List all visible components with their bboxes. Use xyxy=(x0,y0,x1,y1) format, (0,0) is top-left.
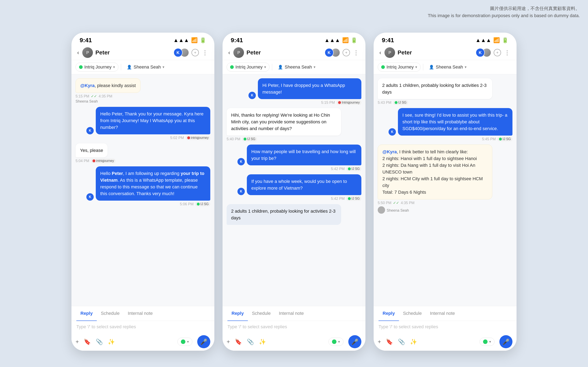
attachment-tool-icon-2[interactable]: 📎 xyxy=(247,338,254,345)
msg-row: Hi Peter, I have dropped you a WhatsApp … xyxy=(227,78,361,105)
whatsapp-dot-2 xyxy=(332,340,337,344)
avatar-group-1: K xyxy=(173,48,189,57)
status-icons-3: ▲▲▲ 📶 🔋 xyxy=(476,37,508,43)
attachment-tool-icon[interactable]: 📎 xyxy=(96,338,103,345)
whatsapp-dot-3 xyxy=(483,340,488,344)
bookmark-tool-icon-3[interactable]: 🔖 xyxy=(386,338,393,345)
agent-label-1: Sheena Seah xyxy=(134,64,161,70)
bookmark-tool-icon[interactable]: 🔖 xyxy=(84,338,91,345)
whatsapp-selector-2[interactable]: ▾ xyxy=(329,338,343,346)
reply-tab[interactable]: Reply xyxy=(227,306,248,321)
channel-dot-3 xyxy=(381,65,385,69)
watermark-line2: This image is for demonstration purposes… xyxy=(428,12,580,19)
sparkle-tool-icon-3[interactable]: ✨ xyxy=(410,338,417,345)
agent-filter-2[interactable]: 👤 Sheena Seah ▾ xyxy=(275,63,319,71)
reply-input-2[interactable]: Type '/' to select saved replies xyxy=(223,321,365,333)
bottom-bar-1: Reply Schedule Internal note Type '/' to… xyxy=(71,306,214,351)
watermark-line1: 圖片僅供示範用途，不含任何真實顧客資料。 xyxy=(428,5,580,12)
contact-name-2: Peter xyxy=(246,49,322,56)
back-button-2[interactable]: ‹ xyxy=(227,49,231,57)
meta-badge: IJ SG xyxy=(393,100,408,105)
reply-tab[interactable]: Reply xyxy=(76,306,97,321)
reply-input-1[interactable]: Type '/' to select saved replies xyxy=(71,321,214,333)
battery-icon-3: 🔋 xyxy=(502,37,508,43)
wifi-icon-1: 📶 xyxy=(191,37,198,43)
signal-icon-3: ▲▲▲ xyxy=(476,37,491,43)
add-button-3[interactable]: + xyxy=(494,49,501,56)
avatar-small: K xyxy=(249,92,256,99)
more-button-2[interactable]: ⋮ xyxy=(352,49,361,56)
mic-button-2[interactable]: 🎤 xyxy=(348,335,361,348)
add-button-1[interactable]: + xyxy=(191,49,199,56)
reply-tabs-2: Reply Schedule Internal note xyxy=(223,306,365,321)
nav-actions-2: K + ⋮ xyxy=(325,48,361,57)
add-tool-icon-3[interactable]: + xyxy=(378,338,381,345)
internal-note-tab[interactable]: Internal note xyxy=(124,306,157,321)
meta-badge: intriqjourney xyxy=(91,159,116,163)
phones-container: 9:41 ▲▲▲ 📶 🔋 ‹ P Peter K + ⋮ xyxy=(0,16,588,367)
sender-label: Sheena Seah xyxy=(76,99,98,104)
schedule-tab[interactable]: Schedule xyxy=(97,306,124,321)
avatar-small: K xyxy=(237,158,245,165)
add-tool-icon[interactable]: + xyxy=(76,338,79,345)
toolbar-1: + 🔖 📎 ✨ ▾ 🎤 xyxy=(71,333,214,351)
filter-bar-2: Intriq Journey ▾ 👤 Sheena Seah ▾ xyxy=(223,60,365,74)
bubble-gray: 2 adults 1 children, probably looking fo… xyxy=(227,204,341,225)
add-tool-icon-2[interactable]: + xyxy=(227,338,230,345)
meta-badge: IJ SG xyxy=(242,137,257,141)
msg-meta: 5:02 PM intriqjourney xyxy=(170,136,210,140)
watermark: 圖片僅供示範用途，不含任何真實顧客資料。 This image is for d… xyxy=(428,5,580,19)
meta-badge: IJ SG xyxy=(346,167,361,171)
internal-note-tab[interactable]: Internal note xyxy=(426,306,459,321)
channel-filter-3[interactable]: Intriq Journey ▾ xyxy=(378,63,421,72)
avatar-group-3: K xyxy=(476,48,491,57)
mic-button-1[interactable]: 🎤 xyxy=(197,335,210,348)
sparkle-tool-icon[interactable]: ✨ xyxy=(108,338,115,345)
channel-chevron-2: ▾ xyxy=(264,65,266,69)
channel-filter-2[interactable]: Intriq Journey ▾ xyxy=(227,63,269,72)
agent-label-2: Sheena Seah xyxy=(285,64,312,70)
status-bar-1: 9:41 ▲▲▲ 📶 🔋 xyxy=(71,33,214,45)
channel-filter-1[interactable]: Intriq Journey ▾ xyxy=(76,63,118,72)
phone-3: 9:41 ▲▲▲ 📶 🔋 ‹ P Peter K + ⋮ xyxy=(374,33,517,351)
contact-name-3: Peter xyxy=(398,49,473,56)
internal-note-tab[interactable]: Internal note xyxy=(275,306,308,321)
agent-filter-1[interactable]: 👤 Sheena Seah ▾ xyxy=(123,63,167,71)
chat-area-1[interactable]: @Kyra, please kindly assist 5:15 PM ✓✓ 4… xyxy=(71,74,214,306)
filter-bar-1: Intriq Journey ▾ 👤 Sheena Seah ▾ xyxy=(71,60,214,74)
msg-row: Hihi, thanks for replying! We're looking… xyxy=(227,108,361,141)
filter-bar-3: Intriq Journey ▾ 👤 Sheena Seah ▾ xyxy=(374,60,517,74)
whatsapp-chevron-2: ▾ xyxy=(338,340,340,344)
reply-tab[interactable]: Reply xyxy=(379,306,399,321)
channel-dot-2 xyxy=(230,65,234,69)
msg-meta: 5:15 PM Intriqjourney xyxy=(321,100,361,105)
back-button-1[interactable]: ‹ xyxy=(76,49,80,57)
mic-button-3[interactable]: 🎤 xyxy=(499,335,512,348)
chat-area-3[interactable]: 2 adults 1 children, probably looking fo… xyxy=(374,74,517,306)
contact-avatar-3: P xyxy=(384,47,395,58)
agent-filter-3[interactable]: 👤 Sheena Seah ▾ xyxy=(426,63,470,71)
add-button-2[interactable]: + xyxy=(343,49,350,56)
attachment-tool-icon-3[interactable]: 📎 xyxy=(398,338,405,345)
contact-name-1: Peter xyxy=(95,49,171,56)
phone-1: 9:41 ▲▲▲ 📶 🔋 ‹ P Peter K + ⋮ xyxy=(71,33,214,351)
bookmark-tool-icon-2[interactable]: 🔖 xyxy=(235,338,242,345)
back-button-3[interactable]: ‹ xyxy=(379,49,382,57)
more-button-3[interactable]: ⋮ xyxy=(503,49,512,56)
chat-area-2[interactable]: Hi Peter, I have dropped you a WhatsApp … xyxy=(223,74,365,306)
schedule-tab[interactable]: Schedule xyxy=(248,306,275,321)
whatsapp-selector[interactable]: ▾ xyxy=(177,338,192,346)
sparkle-tool-icon-2[interactable]: ✨ xyxy=(259,338,266,345)
nav-bar-3: ‹ P Peter K + ⋮ xyxy=(374,45,517,60)
msg-row: Hello Peter, Thank you for your message.… xyxy=(76,107,210,140)
more-button-1[interactable]: ⋮ xyxy=(200,49,209,56)
channel-label-2: Intriq Journey xyxy=(235,64,263,70)
whatsapp-selector-3[interactable]: ▾ xyxy=(480,338,494,346)
reply-input-3[interactable]: Type '/' to select saved replies xyxy=(374,321,517,333)
bubble-out: Hello Peter, I am following up regarding… xyxy=(96,166,210,201)
msg-row: @Kyra, please kindly assist 5:15 PM ✓✓ 4… xyxy=(76,78,210,104)
bubble-out: Hi Peter, I have dropped you a WhatsApp … xyxy=(258,78,361,99)
schedule-tab[interactable]: Schedule xyxy=(399,306,426,321)
agent-chevron-1: ▾ xyxy=(163,65,164,69)
msg-meta: 5:04 PM intriqjourney xyxy=(76,159,116,163)
